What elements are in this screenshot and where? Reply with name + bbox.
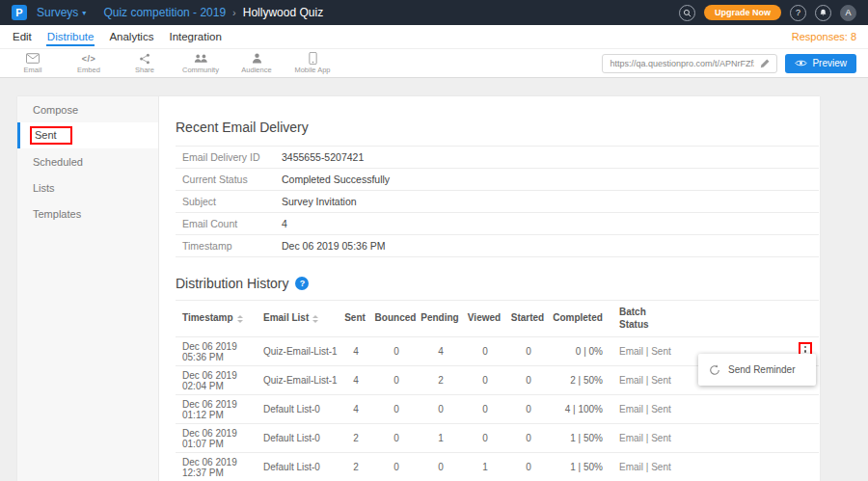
- row-context-menu: Send Reminder: [698, 354, 816, 386]
- notifications-bell-icon[interactable]: [815, 5, 831, 21]
- topbar: P Surveys ▾ Quiz competition - 2019 › Ho…: [0, 0, 868, 25]
- channel-label: Embed: [77, 66, 100, 74]
- community-people-icon: [194, 52, 208, 65]
- cell-pending: 2: [419, 375, 463, 386]
- cell-started: 0: [507, 462, 550, 472]
- channel-audience[interactable]: Audience: [235, 52, 278, 74]
- toolbar-right: https://qa.questionpro.com/t/APNrFZf2 Pr…: [602, 54, 856, 73]
- recent-email-delivery-title: Recent Email Delivery: [176, 120, 820, 135]
- cell-batch-status: Email | Sent: [608, 404, 694, 414]
- cell-bounced: 0: [374, 433, 419, 443]
- col-pending: Pending: [419, 307, 463, 331]
- cell-bounced: 0: [374, 375, 419, 386]
- sidebar-item-sent[interactable]: Sent: [17, 122, 158, 148]
- detail-value: Completed Successfully: [282, 174, 390, 185]
- share-icon: [139, 52, 150, 65]
- cell-timestamp: Dec 06 2019 01:12 PM: [176, 399, 257, 420]
- audience-person-icon: [252, 52, 262, 65]
- col-label: Email List: [263, 312, 309, 325]
- cell-sent: 4: [338, 375, 374, 386]
- col-label: Timestamp: [182, 312, 233, 325]
- cell-email-list: Quiz-Email-List-1: [257, 375, 338, 386]
- col-viewed: Viewed: [463, 307, 507, 331]
- table-row[interactable]: Dec 06 2019 12:37 PM Default List-0 2 0 …: [176, 453, 819, 481]
- cell-completed: 0 | 0%: [550, 346, 608, 357]
- tab-edit[interactable]: Edit: [12, 27, 33, 46]
- responses-count[interactable]: Responses: 8: [792, 31, 856, 42]
- cell-pending: 0: [419, 462, 463, 472]
- detail-row: Email Count 4: [176, 212, 819, 234]
- channel-email[interactable]: Email: [12, 52, 54, 74]
- preview-button[interactable]: Preview: [785, 54, 856, 73]
- channel-community[interactable]: Community: [179, 52, 222, 74]
- channel-share[interactable]: Share: [123, 52, 166, 74]
- breadcrumb-parent[interactable]: Quiz competition - 2019: [103, 6, 226, 19]
- survey-url-field[interactable]: https://qa.questionpro.com/t/APNrFZf2: [602, 54, 777, 73]
- sidebar-item-scheduled[interactable]: Scheduled: [17, 148, 158, 174]
- detail-label: Email Delivery ID: [176, 151, 282, 163]
- col-batch-status: Batch Status: [608, 301, 694, 336]
- sidebar-item-lists[interactable]: Lists: [17, 174, 158, 200]
- cell-viewed: 0: [463, 346, 507, 357]
- cell-timestamp: Dec 06 2019 02:04 PM: [176, 370, 257, 391]
- detail-value: Survey Invitation: [282, 196, 357, 207]
- help-icon[interactable]: ?: [790, 5, 806, 21]
- surveys-menu[interactable]: Surveys ▾: [37, 6, 86, 19]
- cell-viewed: 0: [463, 375, 507, 386]
- history-help-icon[interactable]: ?: [295, 277, 309, 290]
- detail-label: Timestamp: [176, 240, 282, 252]
- col-completed: Completed: [550, 307, 608, 331]
- cell-timestamp: Dec 06 2019 05:36 PM: [176, 341, 257, 362]
- tab-integration[interactable]: Integration: [168, 27, 222, 46]
- col-started: Started: [507, 307, 550, 331]
- col-email-list[interactable]: Email List: [257, 307, 338, 331]
- cell-started: 0: [507, 346, 550, 357]
- distribute-sidebar: Compose Sent Scheduled Lists Templates: [17, 96, 159, 481]
- table-header-row: Timestamp Email List Sent Bounced Pendin…: [176, 300, 819, 337]
- sidebar-item-templates[interactable]: Templates: [17, 200, 158, 227]
- upgrade-now-button[interactable]: Upgrade Now: [704, 5, 781, 20]
- send-reminder-icon: [709, 364, 720, 376]
- cell-email-list: Quiz-Email-List-1: [257, 346, 338, 357]
- send-reminder-menu-item[interactable]: Send Reminder: [698, 354, 816, 386]
- cell-email-list: Default List-0: [257, 433, 338, 443]
- send-reminder-label: Send Reminder: [728, 364, 795, 375]
- channel-embed[interactable]: </> Embed: [68, 52, 110, 74]
- channel-list: Email </> Embed Share Community: [12, 52, 334, 74]
- channel-label: Email: [24, 66, 42, 74]
- surveys-label: Surveys: [37, 6, 78, 19]
- sort-icon: [312, 315, 318, 323]
- search-icon[interactable]: [679, 5, 695, 21]
- cell-email-list: Default List-0: [257, 404, 338, 414]
- edit-url-pencil-icon[interactable]: [760, 59, 770, 68]
- cell-pending: 4: [419, 346, 463, 357]
- sidebar-item-label: Sent: [35, 129, 57, 141]
- detail-value: 4: [282, 218, 287, 229]
- breadcrumb-separator-icon: ›: [232, 7, 236, 18]
- table-row[interactable]: Dec 06 2019 01:07 PM Default List-0 2 0 …: [176, 424, 819, 453]
- channel-mobile-app[interactable]: Mobile App: [291, 52, 334, 74]
- tab-distribute[interactable]: Distribute: [46, 27, 95, 46]
- cell-batch-status: Email | Sent: [608, 462, 694, 472]
- chevron-down-icon: ▾: [82, 9, 86, 17]
- tab-analytics[interactable]: Analytics: [108, 27, 154, 46]
- sidebar-item-compose[interactable]: Compose: [17, 96, 158, 122]
- avatar[interactable]: A: [840, 5, 856, 21]
- preview-label: Preview: [812, 58, 847, 68]
- cell-started: 0: [507, 433, 550, 443]
- questionpro-logo[interactable]: P: [12, 5, 27, 20]
- cell-batch-status: Email | Sent: [608, 346, 694, 357]
- detail-row: Timestamp Dec 06 2019 05:36 PM: [176, 234, 819, 256]
- detail-value: 3455655-5207421: [282, 151, 364, 163]
- channel-label: Mobile App: [294, 66, 330, 74]
- table-row[interactable]: Dec 06 2019 01:12 PM Default List-0 4 0 …: [176, 395, 819, 424]
- cell-timestamp: Dec 06 2019 01:07 PM: [176, 428, 257, 449]
- survey-url-text: https://qa.questionpro.com/t/APNrFZf2: [610, 59, 754, 68]
- cell-sent: 2: [338, 462, 374, 472]
- col-timestamp[interactable]: Timestamp: [176, 307, 257, 331]
- col-sent: Sent: [338, 307, 374, 331]
- distribute-toolbar: Email </> Embed Share Community: [0, 49, 868, 78]
- distribution-history-table: Timestamp Email List Sent Bounced Pendin…: [176, 300, 819, 481]
- cell-batch-status: Email | Sent: [608, 433, 694, 443]
- content-area: Compose Sent Scheduled Lists Templates R…: [0, 78, 868, 481]
